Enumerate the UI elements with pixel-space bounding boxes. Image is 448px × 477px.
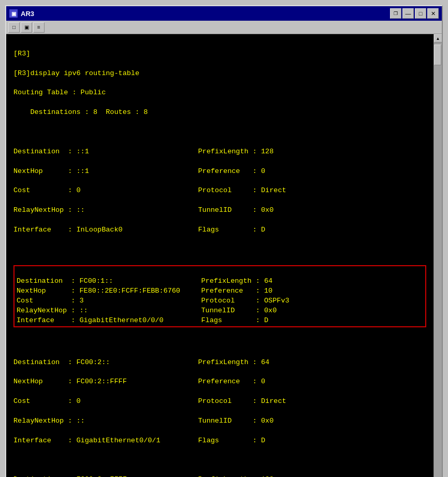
line-blank-4 (13, 455, 426, 465)
line-interface2: Interface : GigabitEthernet0/0/1 Flags :… (13, 436, 426, 446)
content-area: [R3] [R3]display ipv6 routing-table Rout… (6, 34, 442, 477)
line-destinations: Destinations : 8 Routes : 8 (13, 108, 426, 118)
line-command: [R3]display ipv6 routing-table (13, 69, 426, 79)
line-blank-3 (13, 338, 426, 348)
h1-cost: Cost : 3 Protocol : OSPFv3 (17, 297, 290, 305)
line-routing-table: Routing Table : Public (13, 88, 426, 98)
line-blank-2 (13, 245, 426, 255)
line-relay2: RelayNextHop : :: TunnelID : 0x0 (13, 416, 426, 426)
line-relay1: RelayNextHop : :: TunnelID : 0x0 (13, 206, 426, 215)
app-icon: ▣ (9, 9, 18, 18)
window-controls: ❐ — □ ✕ (390, 8, 439, 19)
line-blank-1 (13, 127, 426, 137)
toolbar-button-3[interactable]: ≡ (33, 22, 45, 33)
line-r3-prompt: [R3] (13, 49, 426, 59)
h1-interface: Interface : GigabitEthernet0/0/0 Flags :… (17, 316, 268, 324)
line-cost2: Cost : 0 Protocol : Direct (13, 397, 426, 407)
scroll-up-button[interactable]: ▲ (434, 34, 442, 42)
terminal[interactable]: [R3] [R3]display ipv6 routing-table Rout… (6, 34, 433, 477)
maximize-button[interactable]: □ (415, 8, 426, 19)
line-dest3: Destination : FC00:2::FFFF PrefixLength … (13, 475, 426, 477)
line-cost1: Cost : 0 Protocol : Direct (13, 186, 426, 196)
line-dest2: Destination : FC00:2:: PrefixLength : 64 (13, 358, 426, 368)
highlighted-block-1: Destination : FC00:1:: PrefixLength : 64… (13, 265, 426, 327)
main-window: ▣ AR3 ❐ — □ ✕ □ ▣ ≡ [R3] [R3]display ipv… (5, 5, 443, 477)
close-button[interactable]: ✕ (427, 8, 439, 19)
h1-relay: RelayNextHop : :: TunnelID : 0x0 (17, 307, 277, 314)
toolbar-button-1[interactable]: □ (8, 22, 20, 33)
minimize-button[interactable]: — (402, 8, 414, 19)
line-nexthop1: NextHop : ::1 Preference : 0 (13, 167, 426, 177)
title-bar-left: ▣ AR3 (9, 9, 34, 18)
scroll-thumb[interactable] (434, 45, 441, 65)
toolbar-button-2[interactable]: ▣ (21, 22, 32, 33)
title-bar: ▣ AR3 ❐ — □ ✕ (6, 6, 442, 21)
toolbar: □ ▣ ≡ (6, 21, 442, 34)
scroll-track[interactable] (434, 42, 442, 477)
vertical-scrollbar[interactable]: ▲ ▼ (433, 34, 442, 477)
h1-nexthop: NextHop : FE80::2E0:FCFF:FEBB:6760 Prefe… (17, 287, 272, 295)
h1-dest: Destination : FC00:1:: PrefixLength : 64 (17, 277, 272, 285)
window-title: AR3 (21, 10, 34, 18)
line-nexthop2: NextHop : FC00:2::FFFF Preference : 0 (13, 377, 426, 387)
line-dest1: Destination : ::1 PrefixLength : 128 (13, 147, 426, 157)
restore-icon-btn[interactable]: ❐ (390, 8, 401, 19)
line-interface1: Interface : InLoopBack0 Flags : D (13, 225, 426, 235)
